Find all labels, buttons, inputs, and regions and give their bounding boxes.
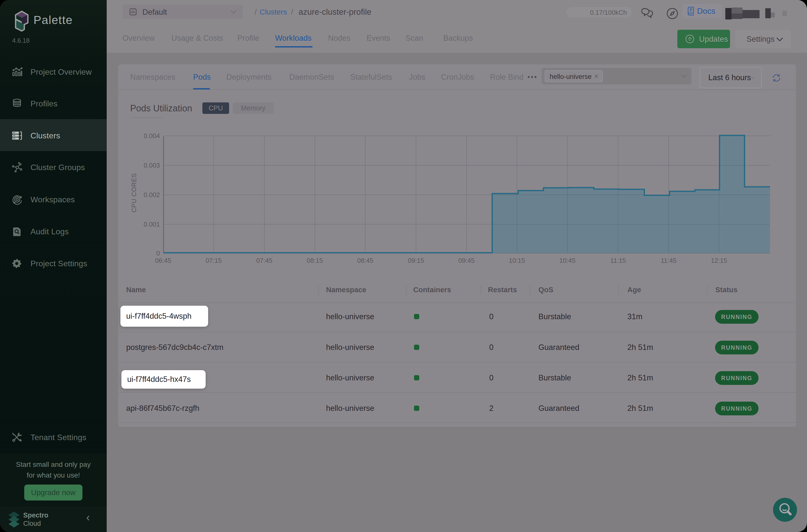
- svg-text:0.003: 0.003: [144, 162, 160, 169]
- svg-text:0.001: 0.001: [144, 221, 160, 228]
- svg-text:0.002: 0.002: [144, 191, 160, 198]
- svg-text:08:45: 08:45: [357, 257, 373, 264]
- svg-text:08:15: 08:15: [306, 257, 323, 264]
- svg-text:11:45: 11:45: [661, 257, 676, 264]
- svg-text:06:45: 06:45: [155, 257, 171, 264]
- svg-text:07:15: 07:15: [205, 257, 222, 264]
- svg-text:10:15: 10:15: [509, 257, 525, 264]
- svg-text:0.004: 0.004: [144, 132, 160, 140]
- svg-text:09:45: 09:45: [458, 257, 474, 264]
- svg-text:10:45: 10:45: [559, 257, 576, 264]
- svg-text:09:15: 09:15: [408, 257, 424, 264]
- svg-text:11:15: 11:15: [610, 257, 626, 264]
- svg-text:12:15: 12:15: [711, 257, 727, 264]
- svg-text:07:45: 07:45: [256, 257, 272, 264]
- svg-text:CPU CORES: CPU CORES: [130, 173, 137, 212]
- svg-text:0: 0: [156, 249, 160, 257]
